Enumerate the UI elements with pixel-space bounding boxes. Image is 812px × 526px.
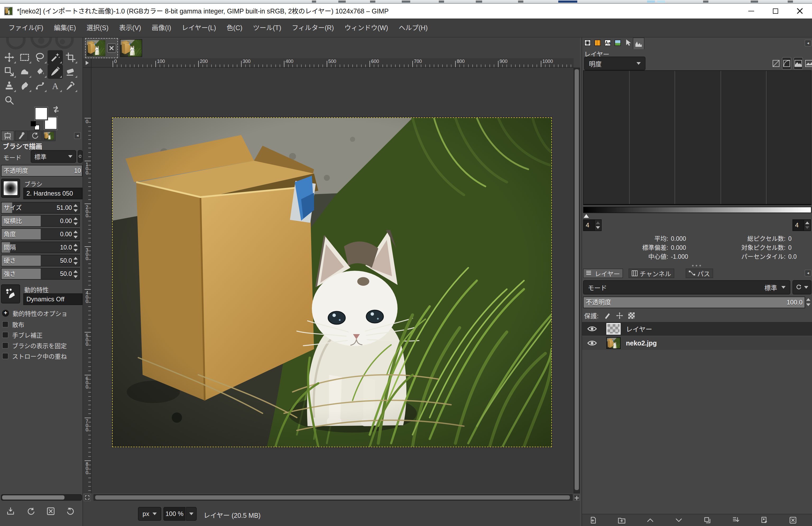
horizontal-scrollbar[interactable] bbox=[93, 494, 572, 501]
tab-image-thumbnail[interactable] bbox=[42, 131, 56, 141]
menu-image[interactable]: 画像(I) bbox=[146, 18, 177, 37]
tool-zoom[interactable] bbox=[2, 93, 17, 107]
tab-fonts[interactable]: Aa bbox=[603, 39, 612, 47]
vertical-ruler[interactable]: 0 100 200 300 400 500 600 700 800 bbox=[83, 68, 91, 493]
aspect-ratio-slider[interactable]: 縦横比 0.00 bbox=[1, 215, 80, 227]
tool-warp[interactable] bbox=[17, 64, 32, 79]
range-low-spinner[interactable] bbox=[595, 219, 601, 231]
image-tab-2[interactable] bbox=[120, 39, 142, 57]
lock-position-icon[interactable] bbox=[616, 312, 623, 319]
default-colors-icon[interactable] bbox=[31, 121, 36, 126]
maximize-button[interactable] bbox=[763, 4, 788, 18]
navigation-button[interactable] bbox=[574, 494, 580, 501]
visibility-eye-icon[interactable] bbox=[587, 326, 597, 332]
tab-undo-history[interactable] bbox=[29, 131, 42, 141]
brush-name[interactable]: 2. Hardness 050 bbox=[23, 188, 83, 199]
linear-histogram-button[interactable] bbox=[771, 57, 781, 70]
vertical-scrollbar-thumb[interactable] bbox=[575, 69, 579, 490]
layer-row-background[interactable]: neko2.jpg bbox=[582, 336, 812, 350]
checkbox-smooth-stroke[interactable]: 手ブレ補正 bbox=[2, 331, 43, 339]
menu-select[interactable]: 選択(S) bbox=[81, 18, 114, 37]
ruler-corner-button[interactable] bbox=[83, 58, 91, 68]
merge-layer-button[interactable] bbox=[729, 515, 743, 525]
angle-spinner[interactable] bbox=[73, 231, 78, 238]
tool-free-select[interactable] bbox=[32, 50, 47, 64]
histogram-plot[interactable] bbox=[583, 70, 811, 205]
menu-file[interactable]: ファイル(F) bbox=[3, 18, 49, 37]
tool-bucket-fill[interactable] bbox=[32, 64, 47, 79]
tool-text[interactable]: A bbox=[47, 79, 63, 93]
visibility-eye-icon[interactable] bbox=[587, 340, 597, 346]
duplicate-layer-button[interactable] bbox=[700, 515, 714, 525]
quick-mask-toggle[interactable] bbox=[84, 494, 91, 501]
force-slider[interactable]: 強さ 50.0 bbox=[1, 268, 80, 280]
paint-mode-dropdown[interactable]: 標準 bbox=[31, 150, 76, 163]
menu-colors[interactable]: 色(C) bbox=[221, 18, 248, 37]
tab-paths[interactable]: パス bbox=[686, 268, 713, 278]
show-selection-histogram-button[interactable] bbox=[794, 57, 803, 70]
tab-pointer[interactable] bbox=[623, 39, 632, 47]
dynamics-options-expander[interactable]: + 動的特性のオプショ bbox=[2, 309, 68, 318]
menu-view[interactable]: 表示(V) bbox=[114, 18, 146, 37]
horizontal-ruler[interactable]: 0 100 200 300 400 500 600 700 800 900 10… bbox=[91, 58, 574, 68]
tool-options-scrollbar[interactable] bbox=[1, 494, 82, 501]
tab-layers[interactable]: レイヤー bbox=[583, 268, 623, 278]
spacing-slider[interactable]: 間隔 10.0 bbox=[1, 242, 80, 253]
zoom-dropdown-button[interactable] bbox=[186, 507, 197, 521]
add-mask-button[interactable] bbox=[757, 515, 771, 525]
new-layer-group-button[interactable] bbox=[615, 515, 628, 525]
new-layer-button[interactable] bbox=[586, 515, 600, 525]
menu-windows[interactable]: ウィンドウ(W) bbox=[339, 18, 393, 37]
tool-paths[interactable] bbox=[32, 79, 47, 93]
unit-dropdown[interactable]: px bbox=[138, 507, 161, 521]
tool-paintbrush[interactable] bbox=[47, 64, 63, 79]
layer-name[interactable]: レイヤー bbox=[626, 324, 652, 334]
layer-mode-dropdown[interactable]: モード 標準 bbox=[583, 280, 790, 294]
tab-channels[interactable]: チャンネル bbox=[628, 268, 674, 278]
image-canvas[interactable] bbox=[113, 118, 551, 447]
tab-tool-options[interactable] bbox=[1, 131, 14, 141]
menu-filters[interactable]: フィルター(R) bbox=[287, 18, 339, 37]
pane-splitter[interactable] bbox=[692, 265, 701, 266]
lower-layer-button[interactable] bbox=[672, 515, 686, 525]
scrollbar-thumb[interactable] bbox=[2, 495, 64, 500]
hardness-spinner[interactable] bbox=[73, 257, 78, 265]
dock-collapse-button[interactable]: ◂ bbox=[74, 132, 81, 139]
tab-brushes[interactable] bbox=[583, 39, 592, 47]
reset-options-button[interactable] bbox=[64, 505, 77, 517]
canvas-viewport[interactable] bbox=[91, 68, 574, 493]
logarithmic-histogram-button[interactable] bbox=[782, 57, 792, 70]
tool-fuzzy-select[interactable] bbox=[47, 50, 63, 64]
minimize-button[interactable] bbox=[739, 4, 763, 18]
hardness-slider[interactable]: 硬さ 50.0 bbox=[1, 255, 80, 266]
tool-eraser[interactable] bbox=[63, 64, 78, 79]
swap-colors-icon[interactable] bbox=[52, 105, 60, 114]
spacing-spinner[interactable] bbox=[73, 244, 78, 252]
checkbox-jitter[interactable]: 散布 bbox=[2, 320, 24, 329]
layer-opacity-spinner[interactable] bbox=[806, 298, 811, 306]
layer-thumbnail-transparent[interactable] bbox=[606, 323, 621, 335]
dock-collapse-button[interactable]: ◂ bbox=[804, 269, 811, 277]
tool-clone[interactable] bbox=[2, 79, 17, 93]
opacity-slider[interactable]: 不透明度 10 bbox=[1, 165, 83, 177]
delete-preset-button[interactable] bbox=[44, 505, 57, 517]
mode-reset-button[interactable] bbox=[78, 150, 83, 163]
force-spinner[interactable] bbox=[73, 270, 78, 278]
lock-pixels-icon[interactable] bbox=[604, 312, 611, 319]
menu-layer[interactable]: レイヤー(L) bbox=[177, 18, 221, 37]
delete-layer-button[interactable] bbox=[786, 515, 800, 525]
tab-histogram[interactable] bbox=[633, 38, 644, 49]
tool-transform[interactable] bbox=[2, 64, 17, 79]
checkbox-incremental[interactable]: ストローク中の重ね bbox=[2, 352, 67, 361]
brush-thumbnail[interactable] bbox=[1, 179, 20, 198]
layer-thumbnail-photo[interactable] bbox=[606, 337, 621, 349]
vertical-scrollbar[interactable] bbox=[574, 68, 580, 493]
aspect-spinner[interactable] bbox=[73, 217, 78, 225]
layer-name[interactable]: neko2.jpg bbox=[626, 339, 657, 347]
range-low-marker[interactable] bbox=[584, 214, 589, 218]
range-low-spinbox[interactable]: 4 bbox=[583, 219, 601, 231]
tool-move[interactable] bbox=[2, 50, 17, 64]
tab-patterns[interactable] bbox=[593, 39, 602, 47]
tab-document-history[interactable] bbox=[613, 39, 622, 47]
all-channels-button[interactable] bbox=[804, 57, 812, 70]
